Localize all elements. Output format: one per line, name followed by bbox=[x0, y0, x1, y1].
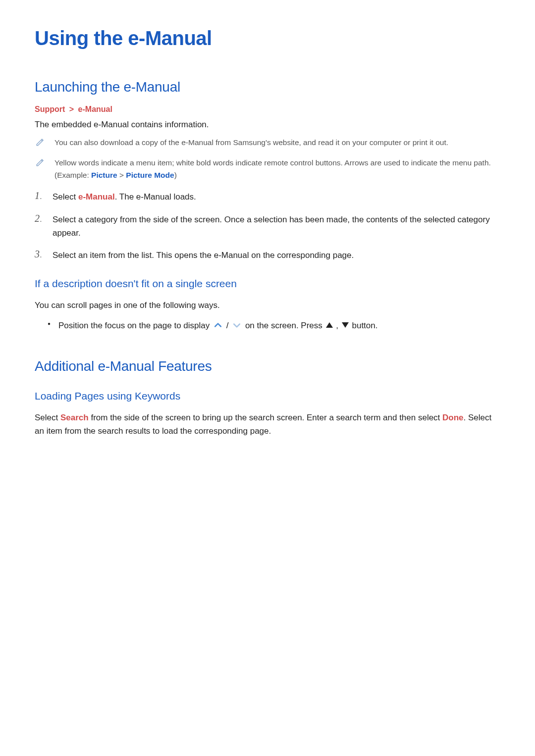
bullet-post: on the screen. Press bbox=[245, 321, 325, 330]
pencil-icon bbox=[35, 138, 46, 147]
bullet-mid: / bbox=[226, 321, 231, 330]
step-item: 2. Select a category from the side of th… bbox=[35, 213, 500, 240]
subsection-intro: You can scroll pages in one of the follo… bbox=[35, 299, 500, 312]
subsection-title: If a description doesn't fit on a single… bbox=[35, 278, 500, 290]
bullet-tail: button. bbox=[352, 321, 377, 330]
step-marker: 2. bbox=[35, 213, 49, 224]
bullet-comma: , bbox=[336, 321, 340, 330]
step-text: Select a category from the side of the s… bbox=[53, 213, 500, 240]
breadcrumb-sep: > bbox=[69, 105, 74, 113]
breadcrumb: Support > e-Manual bbox=[35, 105, 500, 114]
bullet-item: Position the focus on the page to displa… bbox=[48, 319, 500, 332]
triangle-down-icon bbox=[342, 322, 349, 328]
chevron-down-icon bbox=[232, 320, 242, 330]
bullet-pre: Position the focus on the page to displa… bbox=[58, 321, 212, 330]
bullet-list: Position the focus on the page to displa… bbox=[48, 319, 500, 332]
step-item: 3. Select an item from the list. This op… bbox=[35, 249, 500, 262]
pencil-icon bbox=[35, 158, 46, 167]
page-title: Using the e-Manual bbox=[35, 27, 500, 50]
step-marker: 3. bbox=[35, 249, 49, 260]
breadcrumb-b: e-Manual bbox=[78, 105, 112, 113]
subsection-keywords-title: Loading Pages using Keywords bbox=[35, 390, 500, 402]
triangle-up-icon bbox=[326, 322, 333, 328]
step-marker: 1. bbox=[35, 190, 49, 202]
section-additional-title: Additional e-Manual Features bbox=[35, 358, 500, 374]
section-launching-title: Launching the e-Manual bbox=[35, 79, 500, 95]
keywords-body: Select Search from the side of the scree… bbox=[35, 411, 500, 438]
step-text: Select e-Manual. The e-Manual loads. bbox=[53, 190, 500, 203]
note-item: You can also download a copy of the e-Ma… bbox=[35, 137, 500, 149]
note-list: You can also download a copy of the e-Ma… bbox=[35, 137, 500, 181]
note-text: Yellow words indicate a menu item; white… bbox=[54, 157, 500, 182]
step-text: Select an item from the list. This opens… bbox=[53, 249, 500, 262]
chevron-up-icon bbox=[213, 320, 223, 330]
breadcrumb-a: Support bbox=[35, 105, 65, 113]
steps-list: 1. Select e-Manual. The e-Manual loads. … bbox=[35, 190, 500, 262]
note-item: Yellow words indicate a menu item; white… bbox=[35, 157, 500, 182]
note-text: You can also download a copy of the e-Ma… bbox=[54, 137, 500, 149]
intro-text: The embedded e-Manual contains informati… bbox=[35, 120, 500, 130]
step-item: 1. Select e-Manual. The e-Manual loads. bbox=[35, 190, 500, 203]
